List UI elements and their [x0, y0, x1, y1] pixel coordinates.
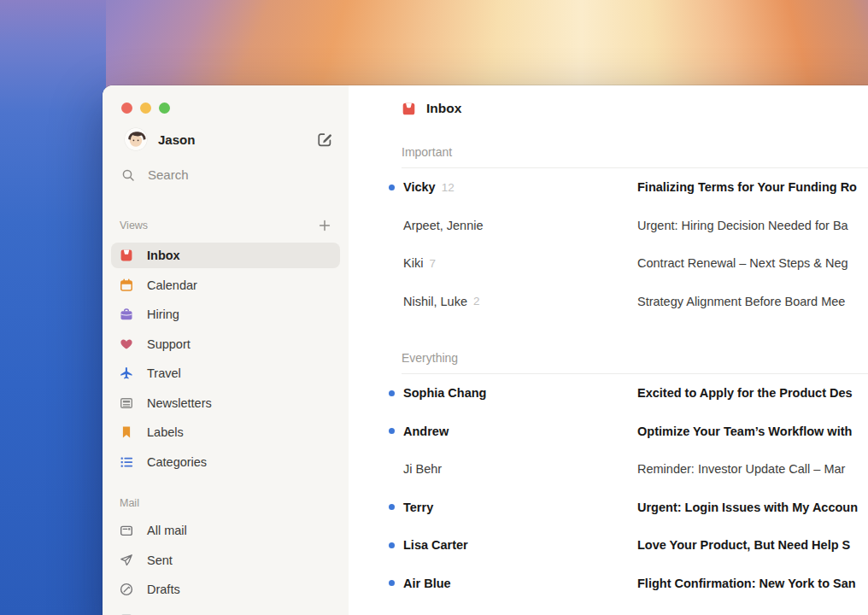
bookmark-icon: [120, 425, 133, 439]
email-row[interactable]: Lisa Carter Love Your Product, But Need …: [349, 526, 868, 565]
close-button[interactable]: [121, 102, 132, 114]
email-row[interactable]: Sophia Chang Excited to Apply for the Pr…: [349, 374, 868, 413]
sidebar-item-travel[interactable]: Travel: [111, 360, 340, 386]
views-item-list: Inbox Calendar Hiring Support Travel New…: [103, 243, 349, 478]
mail-section-header: Mail: [120, 497, 333, 509]
email-row[interactable]: Nishil, Luke 2 Strategy Alignment Before…: [349, 283, 868, 321]
inbox-icon: [402, 102, 416, 116]
email-sender: Kiki: [403, 256, 423, 270]
sidebar-item-labels[interactable]: Labels: [111, 419, 340, 445]
email-row[interactable]: Vicky 12 Finalizing Terms for Your Fundi…: [349, 168, 868, 207]
email-subject: Flight Confirmation: New York to San: [637, 565, 856, 603]
email-sender: Vicky: [403, 180, 436, 194]
views-section-label: Views: [120, 220, 316, 231]
email-thread-count: 2: [473, 295, 480, 308]
email-groups: Important Vicky 12 Finalizing Terms for …: [349, 144, 868, 615]
unread-dot-icon: [389, 580, 395, 586]
unread-dot-icon: [389, 504, 395, 510]
heart-icon: [120, 337, 133, 351]
sidebar-item-calendar[interactable]: Calendar: [111, 272, 340, 298]
sidebar-item-inbox[interactable]: Inbox: [111, 243, 340, 268]
email-thread-count: 7: [429, 257, 436, 270]
email-list-pane: Inbox Important Vicky 12 Finalizing Term…: [349, 85, 868, 615]
email-sender: Ji Behr: [403, 462, 442, 476]
email-rows: Vicky 12 Finalizing Terms for Your Fundi…: [349, 168, 868, 320]
airplane-icon: [120, 366, 133, 380]
email-subject: Finalizing Terms for Your Funding Ro: [637, 168, 857, 207]
minimize-button[interactable]: [140, 102, 151, 114]
wallpaper-left-strip: [0, 0, 106, 615]
sidebar-item-categories[interactable]: Categories: [111, 449, 340, 475]
inbox-header: Inbox: [349, 85, 868, 132]
email-row[interactable]: Andrew Optimize Your Team’s Workflow wit…: [349, 413, 868, 451]
email-row[interactable]: Terry Urgent: Login Issues with My Accou…: [349, 489, 868, 527]
send-icon: [120, 554, 133, 567]
email-subject: Contract Renewal – Next Steps & Neg: [637, 244, 848, 283]
page-title: Inbox: [426, 101, 461, 116]
inbox-icon: [120, 249, 133, 262]
email-subject: Urgent: Hiring Decision Needed for Ba: [637, 207, 848, 245]
sidebar-item-spam[interactable]: Spam: [111, 606, 340, 615]
search-icon: [121, 168, 135, 182]
sidebar-item-support[interactable]: Support: [111, 331, 340, 357]
compose-icon[interactable]: [316, 131, 333, 148]
desktop-wallpaper: Jason Search Views Inbox Calendar Hiring…: [0, 0, 868, 615]
sidebar: Jason Search Views Inbox Calendar Hiring…: [103, 85, 349, 615]
email-sender: Terry: [403, 501, 433, 514]
email-rows: Sophia Chang Excited to Apply for the Pr…: [349, 374, 868, 615]
group-label-everything: Everything: [349, 349, 868, 366]
email-sender: Sophia Chang: [403, 386, 486, 400]
sidebar-item-sent[interactable]: Sent: [111, 548, 340, 573]
sidebar-item-all-mail[interactable]: All mail: [111, 518, 340, 543]
all-mail-icon: [120, 524, 133, 537]
newspaper-icon: [120, 396, 133, 410]
zoom-button[interactable]: [159, 102, 170, 114]
email-sender: Andrew: [403, 425, 449, 438]
email-row[interactable]: Kiki 7 Contract Renewal – Next Steps & N…: [349, 244, 868, 283]
search-placeholder: Search: [148, 167, 189, 182]
email-row[interactable]: Arpeet, Jennie Urgent: Hiring Decision N…: [349, 207, 868, 245]
account-row: Jason: [103, 128, 349, 150]
email-subject: Love Your Product, But Need Help S: [637, 526, 850, 565]
mail-section-label: Mail: [120, 497, 333, 509]
unread-dot-icon: [389, 542, 395, 548]
email-subject: Reminder: Investor Update Call – Mar: [637, 450, 845, 489]
email-subject: Excited to Apply for the Product Des: [637, 374, 853, 413]
email-row[interactable]: Ji Behr Reminder: Investor Update Call –…: [349, 450, 868, 489]
sidebar-item-newsletters[interactable]: Newsletters: [111, 390, 340, 416]
calendar-icon: [120, 278, 133, 292]
briefcase-icon: [120, 308, 133, 321]
email-subject: Urgent: Login Issues with My Accoun: [637, 489, 858, 527]
email-subject: Optimize Your Team’s Workflow with: [637, 413, 852, 451]
email-sender: Lisa Carter: [403, 538, 468, 552]
mail-item-list: All mail Sent Drafts Spam: [103, 518, 349, 615]
sidebar-item-hiring[interactable]: Hiring: [111, 302, 340, 327]
draft-icon: [120, 583, 133, 596]
email-thread-count: 12: [442, 181, 455, 194]
search-input[interactable]: Search: [103, 167, 349, 182]
account-name: Jason: [158, 132, 316, 147]
email-row[interactable]: Air Blue Flight Confirmation: New York t…: [349, 565, 868, 603]
spam-icon: [120, 612, 133, 615]
unread-dot-icon: [389, 390, 395, 396]
email-sender: Nishil, Luke: [403, 295, 467, 308]
window-controls: [121, 102, 349, 114]
email-row[interactable]: Johnson, Michael The Future of His Compa…: [349, 602, 868, 615]
avatar[interactable]: [125, 128, 147, 150]
views-section-header: Views: [120, 218, 333, 233]
sidebar-item-drafts[interactable]: Drafts: [111, 577, 340, 602]
unread-dot-icon: [389, 184, 395, 190]
email-subject: Strategy Alignment Before Board Mee: [637, 283, 845, 321]
plus-icon[interactable]: [316, 217, 333, 234]
email-sender: Air Blue: [403, 577, 451, 590]
email-subject: The Future of His Company – This W: [637, 602, 842, 615]
mail-app-window: Jason Search Views Inbox Calendar Hiring…: [103, 85, 868, 615]
group-label-important: Important: [349, 144, 868, 161]
email-sender: Arpeet, Jennie: [403, 219, 484, 232]
list-icon: [120, 455, 133, 469]
unread-dot-icon: [389, 428, 395, 434]
